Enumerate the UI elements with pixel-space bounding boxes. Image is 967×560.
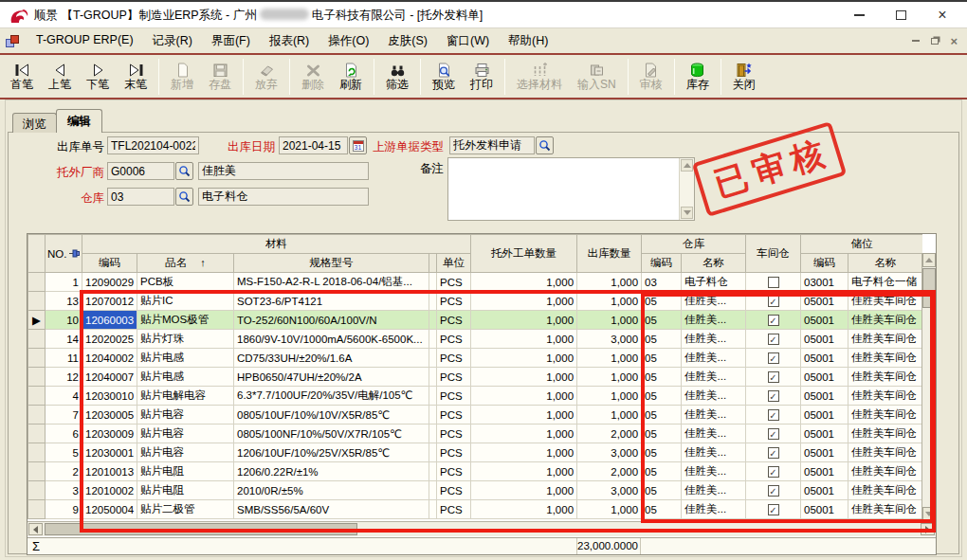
cell-wh-name[interactable]: 佳胜美... <box>682 425 746 443</box>
cell-wh-name[interactable]: 佳胜美... <box>682 387 746 406</box>
mdi-restore-icon[interactable] <box>931 38 939 45</box>
row-indicator[interactable] <box>28 425 46 443</box>
cell-loc-name[interactable]: 佳胜美车间仓 <box>848 368 922 387</box>
cell-no[interactable]: 14 <box>46 330 82 349</box>
cell-loc-name[interactable]: 佳胜美车间仓 <box>848 406 922 425</box>
cell-workshop[interactable]: ✓ <box>746 425 801 443</box>
cell-code[interactable]: 12030001 <box>82 443 137 462</box>
cell-wo-qty[interactable]: 1,000 <box>471 292 577 311</box>
scroll-right-button[interactable] <box>921 523 935 535</box>
cell-spec[interactable]: 1206/10UF/10%/25V/X5R/85℃ <box>234 443 429 462</box>
mdi-minimize-icon[interactable] <box>912 40 920 42</box>
cell-code[interactable]: 12010002 <box>82 481 137 500</box>
cell-wh-code[interactable]: 05 <box>642 349 682 368</box>
col-header-wh-code[interactable]: 编码 <box>642 254 682 273</box>
cell-pname[interactable]: 贴片IC <box>137 292 234 311</box>
cell-wh-name[interactable]: 电子料仓 <box>682 273 746 292</box>
remark-textarea[interactable] <box>449 159 679 219</box>
cell-wo-qty[interactable]: 1,000 <box>471 462 577 481</box>
workshop-checkbox[interactable]: ✓ <box>768 485 779 497</box>
cell-unit[interactable]: PCS <box>437 330 471 349</box>
menu-record[interactable]: 记录(R) <box>143 29 202 53</box>
cell-code[interactable]: 12060003 <box>82 311 137 330</box>
cell-loc-code[interactable]: 05001 <box>801 387 848 406</box>
cell-wh-name[interactable]: 佳胜美... <box>682 443 746 462</box>
cell-pname[interactable]: 贴片电阻 <box>137 481 234 500</box>
cell-unit[interactable]: PCS <box>437 292 471 311</box>
cell-spec[interactable]: 0805/100NF/10%/50V/X7R/105℃ <box>234 425 429 443</box>
scroll-down-button[interactable] <box>681 207 693 219</box>
vertical-scroll-thumb[interactable] <box>922 268 936 308</box>
workshop-checkbox[interactable]: ✓ <box>768 447 779 459</box>
last-record-button[interactable]: 末笔 <box>118 57 154 96</box>
cell-unit[interactable]: PCS <box>437 368 471 387</box>
cell-code[interactable]: 12040002 <box>82 349 137 368</box>
cell-workshop[interactable]: ✓ <box>746 481 801 500</box>
menu-tgroup-erp[interactable]: T-GROUP ERP(E) <box>27 29 143 53</box>
cell-spec[interactable]: 1860/9V-10V/1000mA/5600K-6500K... <box>234 330 429 349</box>
cell-unit[interactable]: PCS <box>437 406 471 425</box>
cell-wo-qty[interactable]: 1,000 <box>471 500 577 519</box>
cell-code[interactable]: 12050004 <box>82 500 137 519</box>
prev-record-button[interactable]: 上笔 <box>42 57 78 96</box>
row-indicator[interactable] <box>28 273 46 292</box>
cell-loc-name[interactable]: 佳胜美车间仓 <box>848 500 922 519</box>
cell-wh-code[interactable]: 05 <box>642 292 682 311</box>
cell-no[interactable]: 7 <box>46 406 82 425</box>
cell-wh-code[interactable]: 05 <box>642 481 682 500</box>
cell-pname[interactable]: 贴片电容 <box>137 443 234 462</box>
cell-pname[interactable]: 贴片电解电容 <box>137 387 234 406</box>
cell-wh-code[interactable]: 05 <box>642 406 682 425</box>
row-indicator[interactable]: ▶ <box>28 311 46 330</box>
cell-wh-code[interactable]: 05 <box>642 425 682 443</box>
date-picker-button[interactable]: 31 <box>349 136 367 154</box>
cell-wh-name[interactable]: 佳胜美... <box>682 481 746 500</box>
cell-loc-code[interactable]: 05001 <box>801 500 848 519</box>
cell-wo-qty[interactable]: 1,000 <box>471 368 577 387</box>
cell-spec[interactable]: 2010/0R/±5% <box>234 481 429 500</box>
cell-out-qty[interactable]: 1,000 <box>577 368 642 387</box>
cell-loc-code[interactable]: 05001 <box>801 292 848 311</box>
cell-workshop[interactable]: ✓ <box>746 406 801 425</box>
cell-pname[interactable]: 贴片电感 <box>137 368 234 387</box>
cell-pname[interactable]: 贴片MOS极管 <box>137 311 234 330</box>
cell-wo-qty[interactable]: 1,000 <box>471 443 577 462</box>
row-indicator[interactable] <box>28 368 46 387</box>
col-group-location[interactable]: 储位 <box>801 235 922 254</box>
cell-out-qty[interactable]: 1,000 <box>577 349 642 368</box>
cell-narrow[interactable] <box>429 292 437 311</box>
cell-code[interactable]: 12040007 <box>82 368 137 387</box>
scroll-left-button[interactable] <box>28 523 43 535</box>
cell-loc-name[interactable]: 佳胜美车间仓 <box>848 443 922 462</box>
cell-code[interactable]: 12020025 <box>82 330 137 349</box>
cell-code[interactable]: 12030005 <box>82 406 137 425</box>
cell-wo-qty[interactable]: 1,000 <box>471 330 577 349</box>
cell-wh-code[interactable]: 05 <box>642 443 682 462</box>
cell-out-qty[interactable]: 1,000 <box>577 387 642 406</box>
col-header-no[interactable]: NO. <box>46 235 82 273</box>
col-header-loc-code[interactable]: 编码 <box>801 254 848 273</box>
select-material-button[interactable]: 选择材料 <box>510 57 569 96</box>
scroll-up-button[interactable] <box>922 253 936 267</box>
cell-no[interactable]: 12 <box>46 368 82 387</box>
cell-out-qty[interactable]: 1,000 <box>577 311 642 330</box>
cell-wh-name[interactable]: 佳胜美... <box>682 311 746 330</box>
remark-scrollbar[interactable] <box>679 158 694 220</box>
close-window-button[interactable]: × <box>921 2 963 28</box>
cell-wo-qty[interactable]: 1,000 <box>471 425 577 443</box>
cell-narrow[interactable] <box>429 443 437 462</box>
warehouse-code-field[interactable] <box>107 188 174 206</box>
cell-wh-name[interactable]: 佳胜美... <box>682 330 746 349</box>
cell-code[interactable]: 12090029 <box>82 273 137 292</box>
cell-loc-name[interactable]: 佳胜美车间仓 <box>848 425 922 443</box>
cell-unit[interactable]: PCS <box>437 443 471 462</box>
cell-narrow[interactable] <box>429 425 437 443</box>
new-button[interactable]: 新增 <box>164 57 200 96</box>
workshop-checkbox[interactable]: ✓ <box>768 296 779 307</box>
menu-help[interactable]: 帮助(H) <box>499 29 557 53</box>
cell-spec[interactable]: SOT23-6/PT4121 <box>234 292 429 311</box>
cell-code[interactable]: 12030009 <box>82 425 137 443</box>
cell-code[interactable]: 12030010 <box>82 387 137 406</box>
close-button[interactable]: 关闭 <box>726 57 762 96</box>
first-record-button[interactable]: 首笔 <box>4 57 40 96</box>
